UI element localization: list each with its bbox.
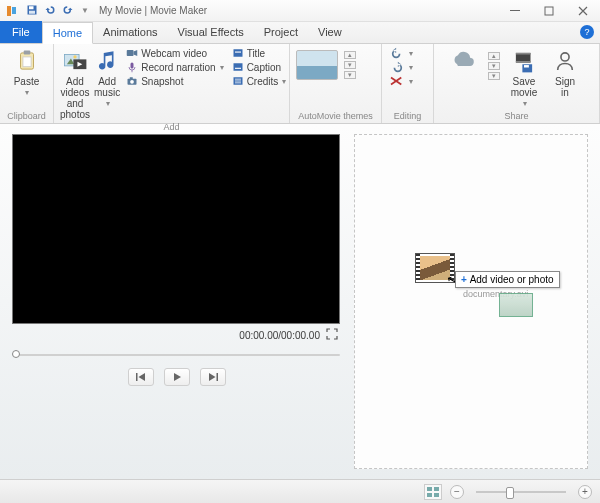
add-music-button[interactable]: Add music ▾ <box>94 46 120 109</box>
svg-rect-29 <box>516 61 531 63</box>
svg-marker-35 <box>174 373 181 381</box>
svg-rect-37 <box>217 373 219 381</box>
undo-icon[interactable] <box>44 4 56 18</box>
group-clipboard: Paste ▾ Clipboard <box>0 44 54 123</box>
automovie-gallery[interactable]: ▴▾▾ <box>296 46 356 80</box>
paste-label: Paste <box>14 76 40 87</box>
tab-visual-effects[interactable]: Visual Effects <box>168 21 254 43</box>
svg-rect-20 <box>235 52 241 53</box>
prev-frame-button[interactable] <box>128 368 154 386</box>
add-music-label: Add music <box>94 76 120 98</box>
ribbon: Paste ▾ Clipboard Add videos and photos … <box>0 44 600 124</box>
svg-rect-24 <box>235 79 241 80</box>
dragged-file-icon <box>499 293 533 317</box>
svg-rect-7 <box>22 57 30 67</box>
minimize-button[interactable] <box>498 0 532 22</box>
storyboard-drop-area[interactable]: ↖ Add video or photo documentary.avi <box>354 134 588 469</box>
svg-rect-18 <box>130 77 133 79</box>
sign-in-label: Sign in <box>555 76 575 98</box>
view-thumbnails-button[interactable] <box>424 484 442 500</box>
group-share-label: Share <box>440 109 593 123</box>
seek-bar[interactable] <box>12 348 340 362</box>
svg-marker-14 <box>134 50 138 56</box>
drop-target: ↖ Add video or photo documentary.avi <box>415 253 455 283</box>
save-movie-label: Save movie <box>511 76 538 98</box>
help-icon[interactable]: ? <box>580 25 594 39</box>
next-frame-button[interactable] <box>200 368 226 386</box>
svg-rect-4 <box>545 7 553 15</box>
svg-point-10 <box>73 55 76 58</box>
drop-tooltip: Add video or photo <box>455 271 560 288</box>
onedrive-button[interactable] <box>440 46 484 74</box>
tab-strip: File Home Animations Visual Effects Proj… <box>0 22 600 44</box>
svg-rect-33 <box>136 373 138 381</box>
svg-rect-22 <box>235 68 241 69</box>
tab-file[interactable]: File <box>0 21 42 43</box>
group-share: ▴▾▾ Save movie▾ Sign in Share <box>434 44 600 123</box>
title-button[interactable]: Title <box>232 46 287 60</box>
svg-rect-19 <box>233 49 242 57</box>
transport-controls <box>12 368 342 386</box>
add-videos-photos-button[interactable]: Add videos and photos <box>60 46 90 120</box>
status-bar: − + <box>0 479 600 503</box>
tab-animations[interactable]: Animations <box>93 21 167 43</box>
gallery-scroll[interactable]: ▴▾▾ <box>344 51 356 79</box>
rotate-right-button[interactable]: ▾ <box>388 60 413 74</box>
automovie-theme-thumb[interactable] <box>296 50 338 80</box>
svg-rect-31 <box>524 65 529 67</box>
preview-pane: 00:00.00/00:00.00 <box>0 124 350 479</box>
qat-dropdown-icon[interactable]: ▼ <box>81 6 89 15</box>
svg-rect-25 <box>235 81 241 82</box>
svg-marker-34 <box>139 373 146 381</box>
save-movie-button[interactable]: Save movie▾ <box>504 46 544 109</box>
group-automovie-label: AutoMovie themes <box>296 109 375 123</box>
storyboard-pane: ↖ Add video or photo documentary.avi <box>350 124 600 479</box>
app-icon <box>4 4 18 18</box>
zoom-slider[interactable] <box>476 491 566 493</box>
svg-rect-38 <box>427 487 432 491</box>
tab-home[interactable]: Home <box>42 22 93 44</box>
redo-icon[interactable] <box>62 4 74 18</box>
svg-point-17 <box>130 80 134 84</box>
tab-view[interactable]: View <box>308 21 352 43</box>
svg-rect-6 <box>23 50 30 54</box>
maximize-button[interactable] <box>532 0 566 22</box>
zoom-in-button[interactable]: + <box>578 485 592 499</box>
webcam-video-button[interactable]: Webcam video <box>126 46 223 60</box>
svg-rect-15 <box>131 63 134 69</box>
group-clipboard-label: Clipboard <box>6 109 47 123</box>
add-videos-photos-label: Add videos and photos <box>60 76 90 120</box>
rotate-left-button[interactable]: ▾ <box>388 46 413 60</box>
svg-rect-39 <box>434 487 439 491</box>
zoom-out-button[interactable]: − <box>450 485 464 499</box>
credits-button[interactable]: Credits▾ <box>232 74 287 88</box>
window-title: My Movie | Movie Maker <box>99 5 498 16</box>
save-icon[interactable] <box>26 4 38 18</box>
close-button[interactable] <box>566 0 600 22</box>
sign-in-button[interactable]: Sign in <box>548 46 582 98</box>
snapshot-button[interactable]: Snapshot <box>126 74 223 88</box>
svg-rect-21 <box>233 63 242 71</box>
svg-rect-26 <box>235 83 241 84</box>
svg-rect-2 <box>29 10 35 13</box>
svg-rect-40 <box>427 493 432 497</box>
time-display: 00:00.00/00:00.00 <box>239 330 320 341</box>
record-narration-button[interactable]: Record narration▾ <box>126 60 223 74</box>
group-editing: ▾ ▾ ▾ Editing <box>382 44 434 123</box>
play-button[interactable] <box>164 368 190 386</box>
fullscreen-icon[interactable] <box>326 328 338 342</box>
group-editing-label: Editing <box>388 109 427 123</box>
share-gallery-scroll[interactable]: ▴▾▾ <box>488 52 500 80</box>
titlebar: ▼ My Movie | Movie Maker <box>0 0 600 22</box>
group-automovie: ▴▾▾ AutoMovie themes <box>290 44 382 123</box>
svg-rect-28 <box>516 53 531 55</box>
tab-project[interactable]: Project <box>254 21 308 43</box>
paste-button[interactable]: Paste ▾ <box>6 46 47 98</box>
svg-rect-13 <box>127 50 134 56</box>
svg-rect-1 <box>29 6 34 9</box>
preview-video[interactable] <box>12 134 340 324</box>
main-area: 00:00.00/00:00.00 ↖ Add video or photo d… <box>0 124 600 479</box>
quick-access-toolbar: ▼ <box>22 4 93 18</box>
caption-button[interactable]: Caption <box>232 60 287 74</box>
delete-button[interactable]: ▾ <box>388 74 413 88</box>
